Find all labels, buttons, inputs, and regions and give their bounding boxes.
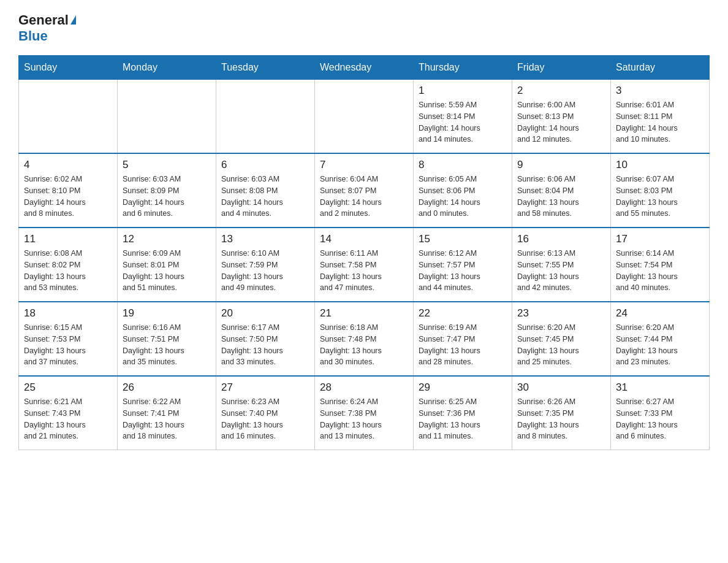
calendar-cell xyxy=(19,80,118,154)
day-number: 15 xyxy=(419,233,507,245)
calendar-cell: 29Sunrise: 6:25 AMSunset: 7:36 PMDayligh… xyxy=(414,376,512,450)
calendar-header-row: SundayMondayTuesdayWednesdayThursdayFrid… xyxy=(19,56,710,80)
day-number: 24 xyxy=(616,307,704,320)
weekday-header-wednesday: Wednesday xyxy=(315,56,414,80)
day-number: 13 xyxy=(221,233,309,245)
day-info: Sunrise: 6:22 AMSunset: 7:41 PMDaylight:… xyxy=(123,396,211,442)
calendar-cell: 19Sunrise: 6:16 AMSunset: 7:51 PMDayligh… xyxy=(118,302,216,376)
day-number: 28 xyxy=(320,381,408,394)
calendar-cell: 15Sunrise: 6:12 AMSunset: 7:57 PMDayligh… xyxy=(414,228,512,302)
day-number: 14 xyxy=(320,233,408,245)
day-number: 23 xyxy=(517,307,605,320)
calendar-week-row: 11Sunrise: 6:08 AMSunset: 8:02 PMDayligh… xyxy=(19,228,710,302)
day-number: 3 xyxy=(616,85,704,97)
day-info: Sunrise: 6:13 AMSunset: 7:55 PMDaylight:… xyxy=(517,248,605,294)
logo: General Blue xyxy=(18,12,76,44)
day-number: 27 xyxy=(221,381,309,394)
day-info: Sunrise: 6:09 AMSunset: 8:01 PMDaylight:… xyxy=(123,248,211,294)
weekday-header-thursday: Thursday xyxy=(414,56,512,80)
calendar-cell: 23Sunrise: 6:20 AMSunset: 7:45 PMDayligh… xyxy=(512,302,611,376)
calendar-cell: 17Sunrise: 6:14 AMSunset: 7:54 PMDayligh… xyxy=(611,228,710,302)
day-number: 4 xyxy=(24,159,112,171)
calendar-cell xyxy=(118,80,216,154)
day-number: 18 xyxy=(24,307,112,320)
day-number: 26 xyxy=(123,381,211,394)
day-number: 12 xyxy=(123,233,211,245)
day-number: 29 xyxy=(419,381,507,394)
calendar-cell: 11Sunrise: 6:08 AMSunset: 8:02 PMDayligh… xyxy=(19,228,118,302)
day-info: Sunrise: 6:16 AMSunset: 7:51 PMDaylight:… xyxy=(123,322,211,368)
day-info: Sunrise: 5:59 AMSunset: 8:14 PMDaylight:… xyxy=(419,99,507,145)
weekday-header-sunday: Sunday xyxy=(19,56,118,80)
day-number: 31 xyxy=(616,381,704,394)
weekday-header-friday: Friday xyxy=(512,56,611,80)
calendar-cell: 8Sunrise: 6:05 AMSunset: 8:06 PMDaylight… xyxy=(414,153,512,228)
day-info: Sunrise: 6:00 AMSunset: 8:13 PMDaylight:… xyxy=(517,99,605,145)
calendar-cell: 2Sunrise: 6:00 AMSunset: 8:13 PMDaylight… xyxy=(512,80,611,154)
calendar-cell: 5Sunrise: 6:03 AMSunset: 8:09 PMDaylight… xyxy=(118,153,216,228)
day-info: Sunrise: 6:26 AMSunset: 7:35 PMDaylight:… xyxy=(517,396,605,442)
day-info: Sunrise: 6:03 AMSunset: 8:08 PMDaylight:… xyxy=(221,174,309,220)
day-number: 1 xyxy=(419,85,507,97)
day-number: 7 xyxy=(320,159,408,171)
day-info: Sunrise: 6:27 AMSunset: 7:33 PMDaylight:… xyxy=(616,396,704,442)
calendar-cell: 22Sunrise: 6:19 AMSunset: 7:47 PMDayligh… xyxy=(414,302,512,376)
day-number: 10 xyxy=(616,159,704,171)
day-number: 20 xyxy=(221,307,309,320)
calendar-week-row: 4Sunrise: 6:02 AMSunset: 8:10 PMDaylight… xyxy=(19,153,710,228)
day-number: 22 xyxy=(419,307,507,320)
calendar-table: SundayMondayTuesdayWednesdayThursdayFrid… xyxy=(18,55,710,450)
day-info: Sunrise: 6:11 AMSunset: 7:58 PMDaylight:… xyxy=(320,248,408,294)
calendar-cell: 13Sunrise: 6:10 AMSunset: 7:59 PMDayligh… xyxy=(216,228,315,302)
calendar-cell: 1Sunrise: 5:59 AMSunset: 8:14 PMDaylight… xyxy=(414,80,512,154)
day-info: Sunrise: 6:06 AMSunset: 8:04 PMDaylight:… xyxy=(517,174,605,220)
calendar-cell: 9Sunrise: 6:06 AMSunset: 8:04 PMDaylight… xyxy=(512,153,611,228)
page-header: General Blue xyxy=(18,12,710,44)
day-info: Sunrise: 6:12 AMSunset: 7:57 PMDaylight:… xyxy=(419,248,507,294)
day-info: Sunrise: 6:20 AMSunset: 7:45 PMDaylight:… xyxy=(517,322,605,368)
calendar-cell: 20Sunrise: 6:17 AMSunset: 7:50 PMDayligh… xyxy=(216,302,315,376)
day-info: Sunrise: 6:07 AMSunset: 8:03 PMDaylight:… xyxy=(616,174,704,220)
calendar-cell: 4Sunrise: 6:02 AMSunset: 8:10 PMDaylight… xyxy=(19,153,118,228)
logo-triangle-icon xyxy=(70,15,76,25)
day-info: Sunrise: 6:01 AMSunset: 8:11 PMDaylight:… xyxy=(616,99,704,145)
calendar-cell: 12Sunrise: 6:09 AMSunset: 8:01 PMDayligh… xyxy=(118,228,216,302)
day-info: Sunrise: 6:20 AMSunset: 7:44 PMDaylight:… xyxy=(616,322,704,368)
calendar-cell: 7Sunrise: 6:04 AMSunset: 8:07 PMDaylight… xyxy=(315,153,414,228)
day-info: Sunrise: 6:25 AMSunset: 7:36 PMDaylight:… xyxy=(419,396,507,442)
day-number: 21 xyxy=(320,307,408,320)
weekday-header-tuesday: Tuesday xyxy=(216,56,315,80)
calendar-cell: 26Sunrise: 6:22 AMSunset: 7:41 PMDayligh… xyxy=(118,376,216,450)
day-info: Sunrise: 6:04 AMSunset: 8:07 PMDaylight:… xyxy=(320,174,408,220)
calendar-cell: 30Sunrise: 6:26 AMSunset: 7:35 PMDayligh… xyxy=(512,376,611,450)
day-number: 25 xyxy=(24,381,112,394)
calendar-week-row: 1Sunrise: 5:59 AMSunset: 8:14 PMDaylight… xyxy=(19,80,710,154)
calendar-cell: 25Sunrise: 6:21 AMSunset: 7:43 PMDayligh… xyxy=(19,376,118,450)
day-number: 16 xyxy=(517,233,605,245)
day-info: Sunrise: 6:14 AMSunset: 7:54 PMDaylight:… xyxy=(616,248,704,294)
day-info: Sunrise: 6:21 AMSunset: 7:43 PMDaylight:… xyxy=(24,396,112,442)
day-number: 6 xyxy=(221,159,309,171)
calendar-week-row: 25Sunrise: 6:21 AMSunset: 7:43 PMDayligh… xyxy=(19,376,710,450)
calendar-cell: 28Sunrise: 6:24 AMSunset: 7:38 PMDayligh… xyxy=(315,376,414,450)
day-number: 9 xyxy=(517,159,605,171)
calendar-cell: 31Sunrise: 6:27 AMSunset: 7:33 PMDayligh… xyxy=(611,376,710,450)
logo-blue-text: Blue xyxy=(18,28,48,44)
calendar-cell: 16Sunrise: 6:13 AMSunset: 7:55 PMDayligh… xyxy=(512,228,611,302)
calendar-cell: 14Sunrise: 6:11 AMSunset: 7:58 PMDayligh… xyxy=(315,228,414,302)
day-number: 11 xyxy=(24,233,112,245)
calendar-cell: 27Sunrise: 6:23 AMSunset: 7:40 PMDayligh… xyxy=(216,376,315,450)
calendar-cell: 10Sunrise: 6:07 AMSunset: 8:03 PMDayligh… xyxy=(611,153,710,228)
weekday-header-monday: Monday xyxy=(118,56,216,80)
day-number: 5 xyxy=(123,159,211,171)
day-info: Sunrise: 6:17 AMSunset: 7:50 PMDaylight:… xyxy=(221,322,309,368)
day-info: Sunrise: 6:23 AMSunset: 7:40 PMDaylight:… xyxy=(221,396,309,442)
calendar-cell: 24Sunrise: 6:20 AMSunset: 7:44 PMDayligh… xyxy=(611,302,710,376)
calendar-cell: 6Sunrise: 6:03 AMSunset: 8:08 PMDaylight… xyxy=(216,153,315,228)
day-number: 19 xyxy=(123,307,211,320)
calendar-cell: 3Sunrise: 6:01 AMSunset: 8:11 PMDaylight… xyxy=(611,80,710,154)
calendar-cell: 18Sunrise: 6:15 AMSunset: 7:53 PMDayligh… xyxy=(19,302,118,376)
day-info: Sunrise: 6:05 AMSunset: 8:06 PMDaylight:… xyxy=(419,174,507,220)
day-info: Sunrise: 6:10 AMSunset: 7:59 PMDaylight:… xyxy=(221,248,309,294)
day-number: 17 xyxy=(616,233,704,245)
